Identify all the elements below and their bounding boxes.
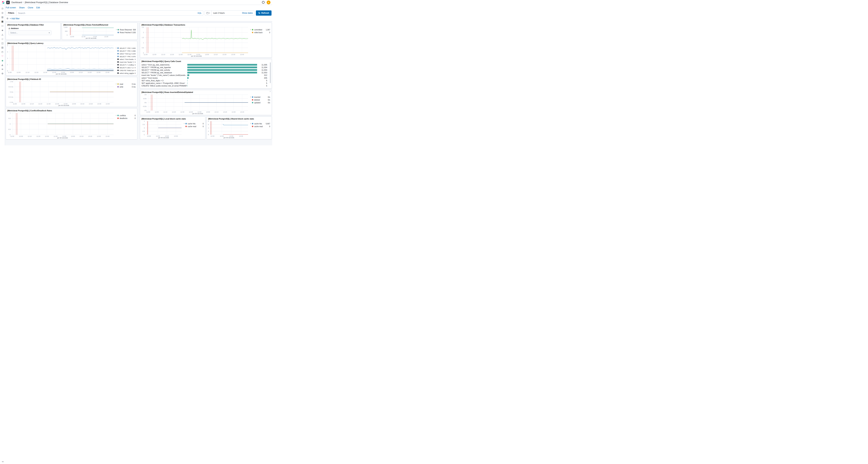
legend-item[interactable]: insert into "books" ("... 0 — [117, 61, 135, 63]
edit-link[interactable]: Edit — [36, 6, 40, 9]
sidebar-item-apm[interactable]: ◴ — [0, 50, 5, 54]
transactions-chart[interactable]: 00.511.522.511:5012:0012:1012:2012:3012:… — [140, 26, 249, 58]
panel-menu-icon[interactable]: ⠿ — [270, 91, 271, 92]
legend-item[interactable]: Rows Returned 938 — [118, 28, 136, 31]
sidebar-item-discover[interactable]: ◎ — [0, 10, 5, 15]
show-dates-link[interactable]: Show dates — [241, 12, 254, 14]
sidebar-item-infrastructure[interactable]: ◫ — [0, 41, 5, 45]
date-picker: ▾ Last 2 hours Show dates — [205, 10, 254, 16]
legend-item[interactable]: conflicts 0 — [117, 114, 135, 117]
query-latency-chart[interactable]: 0123411:5012:0012:1012:2012:3012:4012:50… — [6, 44, 115, 75]
legend-collapse-icon[interactable]: › — [249, 96, 252, 115]
legend-item[interactable]: Rows Fetched 0.183 — [118, 31, 136, 34]
svg-text:12:30: 12:30 — [179, 54, 183, 55]
legend-collapse-icon[interactable]: › — [115, 114, 117, 139]
legend: › cache hits 0 cache read 0 — [183, 120, 205, 139]
legend-item[interactable]: select * from pg... 0.243 — [117, 52, 135, 55]
shared-cache-chart[interactable]: 0246812:0012:3013:0013:30per 60 seconds — [207, 120, 249, 139]
sidebar-item-dashboard[interactable]: ▦ — [0, 19, 5, 24]
user-avatar[interactable]: e — [267, 1, 271, 4]
help-icon[interactable] — [262, 1, 265, 4]
legend-collapse-icon[interactable]: › — [249, 28, 252, 58]
legend-item[interactable]: committed 1,367 — [252, 28, 270, 31]
time-range-value[interactable]: Last 2 hours — [212, 12, 241, 14]
rows-fetched-chart[interactable]: 05001,00012:0012:3013:0013:30per 60 seco… — [62, 26, 115, 39]
legend-item[interactable]: cache hits 5,667 — [252, 122, 270, 125]
sidebar-item-maps[interactable]: ◈ — [0, 28, 5, 32]
sidebar-item-logs[interactable]: ▤ — [0, 45, 5, 50]
full-screen-link[interactable]: Full screen — [6, 6, 16, 9]
sidebar-item-siem[interactable]: ◆ — [0, 58, 5, 63]
legend-item[interactable]: cache read 0 — [252, 125, 270, 128]
local-cache-chart[interactable]: -1-0.500.5112:0012:3013:0013:30per 60 se… — [140, 120, 183, 139]
legend-item[interactable]: select string_agg(wo... 0 — [117, 72, 135, 74]
legend-dot — [117, 59, 119, 60]
legend-item[interactable]: read 0 ms — [117, 83, 135, 86]
search-input[interactable] — [16, 10, 203, 16]
svg-text:12:00: 12:00 — [155, 111, 159, 113]
kql-toggle[interactable]: KQL — [197, 12, 202, 14]
add-filter-link[interactable]: + Add filter — [10, 18, 20, 20]
legend-item[interactable]: write 0 ms — [117, 86, 135, 88]
legend-item[interactable]: SELECT * FROM... 3.655 — [117, 47, 135, 50]
svg-text:11:50: 11:50 — [13, 103, 17, 105]
select-placeholder: Select... — [10, 32, 49, 34]
legend-item[interactable]: updated 0/s — [252, 101, 270, 104]
kibana-logo-icon[interactable] — [2, 1, 4, 4]
sidebar-item-machine-learning[interactable]: ◬ — [0, 32, 5, 37]
legend-label: cache read — [254, 126, 262, 127]
legend-collapse-icon[interactable]: › — [115, 47, 117, 75]
space-avatar[interactable]: D — [6, 1, 10, 4]
sidebar-item-visualize[interactable]: ▥ — [0, 15, 5, 19]
sidebar-item-recently-viewed[interactable]: ◷ — [0, 6, 5, 10]
database-select[interactable]: Select... ▾ — [8, 30, 51, 35]
legend-item[interactable]: deleted 0/s — [252, 98, 270, 101]
legend-collapse-icon[interactable]: › — [183, 122, 185, 139]
filters-button[interactable]: Filters — [6, 10, 16, 16]
legend-item[interactable]: SELECT t.oid,t.*,c.rel... 0 — [117, 66, 135, 69]
legend-collapse-icon[interactable]: › — [115, 28, 118, 39]
legend-item[interactable]: cache hits 0 — [185, 122, 204, 125]
legend-item[interactable]: select * from books 0 — [117, 58, 135, 61]
svg-text:0.5: 0.5 — [8, 118, 10, 119]
svg-text:12:00: 12:00 — [210, 135, 214, 137]
legend-item[interactable]: SELECT * FROM... 0.088 — [117, 50, 135, 52]
legend-item[interactable]: SELECT * FROM... 0.076 — [117, 55, 135, 58]
clone-link[interactable]: Clone — [28, 6, 33, 9]
conflict-deadlock-chart[interactable]: -1-0.500.5111:5012:0012:1012:2012:3012:4… — [6, 112, 115, 139]
svg-text:2: 2 — [208, 130, 209, 132]
refresh-button[interactable]: ↻ Refresh — [256, 10, 272, 16]
legend-item[interactable]: deadlocks 0 — [117, 117, 135, 120]
filter-settings-gear-icon[interactable]: ⚙ — [6, 17, 8, 20]
legend-collapse-icon[interactable]: › — [249, 122, 252, 139]
legend-value: 938 — [132, 29, 136, 31]
svg-text:13:30: 13:30 — [104, 36, 108, 37]
sidebar-item-stack-monitoring[interactable]: ≋ — [0, 67, 5, 71]
fileblock-io-chart[interactable]: -1 ms-0.5 ms0 ms0.5 ms1 ms11:5012:0012:1… — [6, 80, 115, 107]
legend-item[interactable]: inserted 0/s — [252, 96, 270, 98]
legend-item[interactable]: cache read 0 — [185, 125, 204, 128]
sidebar-item-uptime[interactable]: ♡ — [0, 54, 5, 58]
legend-item[interactable]: SELECT i.*,i.indkey a... 0 — [117, 63, 135, 66]
svg-text:13:00: 13:00 — [70, 71, 74, 73]
refresh-label: Refresh — [261, 12, 269, 14]
svg-text:12:10: 12:10 — [26, 71, 30, 73]
query-count: 312 — [258, 74, 267, 76]
breadcrumb-dashboard[interactable]: Dashboard — [11, 1, 22, 4]
calendar-dropdown[interactable]: ▾ — [205, 10, 212, 16]
legend-item[interactable]: rolled back 0 — [252, 31, 270, 34]
sidebar-item-management[interactable]: ⚙ — [0, 71, 5, 76]
legend: › read 0 ms write 0 ms — [115, 80, 137, 107]
legend-dot — [117, 61, 119, 63]
sidebar-item-dev-tools[interactable]: ◭ — [0, 63, 5, 67]
sidebar-item-graph[interactable]: ◇ — [0, 37, 5, 41]
rows-idu-chart[interactable]: -1/s-0.5/s0/s0.5/s1/s11:5012:0012:1012:2… — [140, 93, 249, 115]
legend-item[interactable]: CREATE TABLE publi... 0 — [117, 69, 135, 72]
legend-collapse-icon[interactable]: › — [115, 83, 117, 107]
scrollbar-thumb[interactable] — [270, 62, 271, 83]
share-link[interactable]: Share — [19, 6, 25, 9]
svg-text:0: 0 — [67, 34, 67, 36]
legend-label: SELECT * FROM... — [120, 50, 131, 52]
sidebar-item-canvas[interactable]: ▭ — [0, 24, 5, 28]
svg-text:12:30: 12:30 — [180, 111, 184, 113]
